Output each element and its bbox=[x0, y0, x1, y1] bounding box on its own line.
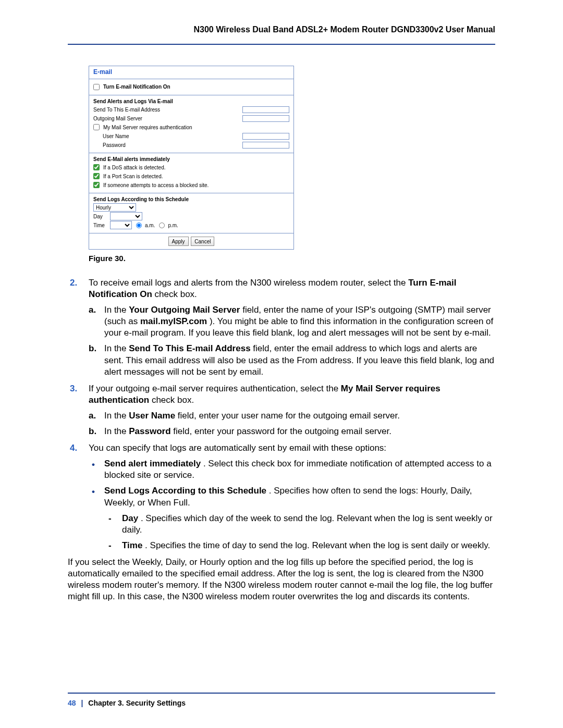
auth-required-checkbox[interactable] bbox=[93, 124, 100, 130]
alert-dos-checkbox[interactable] bbox=[93, 164, 100, 170]
dash-icon: - bbox=[108, 540, 112, 551]
pm-radio[interactable] bbox=[159, 223, 165, 228]
text: Day bbox=[122, 513, 138, 523]
text: In the bbox=[104, 426, 129, 436]
alert-portscan-label: If a Port Scan is detected. bbox=[103, 174, 163, 179]
step-marker: b. bbox=[89, 426, 96, 437]
step-marker: b. bbox=[89, 343, 96, 354]
username-input[interactable] bbox=[242, 133, 289, 140]
step-marker: 2. bbox=[70, 277, 77, 289]
dash-icon: - bbox=[108, 513, 112, 524]
footer-rule bbox=[68, 693, 495, 694]
password-label: Password bbox=[103, 142, 126, 148]
text: . Specifies the time of day to send the … bbox=[145, 540, 490, 550]
text: field, enter your user name for the outg… bbox=[178, 411, 400, 421]
alert-dos-label: If a DoS attack is detected. bbox=[103, 165, 166, 170]
am-label: a.m. bbox=[145, 223, 155, 228]
sendto-input[interactable] bbox=[242, 106, 289, 113]
bullet-icon: • bbox=[92, 459, 95, 471]
text: check box. bbox=[152, 395, 194, 405]
list-item: 3. If your outgoing e-mail server requir… bbox=[68, 383, 495, 437]
page-header: N300 Wireless Dual Band ADSL2+ Modem Rou… bbox=[68, 25, 495, 34]
text: In the bbox=[104, 411, 129, 421]
sendto-label: Send To This E-mail Address bbox=[93, 107, 160, 113]
text: Your Outgoing Mail Server bbox=[129, 305, 240, 315]
time-label: Time bbox=[93, 223, 108, 228]
list-item: a. In the Your Outgoing Mail Server fiel… bbox=[89, 304, 495, 339]
list-item: - Time . Specifies the time of day to se… bbox=[104, 540, 495, 551]
password-input[interactable] bbox=[242, 142, 289, 149]
turn-email-notif-checkbox[interactable] bbox=[93, 84, 100, 90]
section-head: Send E-Mail alerts immediately bbox=[93, 156, 289, 162]
trailing-paragraph: If you select the Weekly, Daily, or Hour… bbox=[68, 557, 495, 602]
text: Send To This E-mail Address bbox=[129, 343, 250, 353]
list-item: a. In the User Name field, enter your us… bbox=[89, 410, 495, 422]
list-item: b. In the Send To This E-mail Address fi… bbox=[89, 343, 495, 377]
alert-portscan-checkbox[interactable] bbox=[93, 173, 100, 179]
day-select[interactable] bbox=[110, 212, 142, 220]
step-marker: a. bbox=[89, 304, 96, 316]
text: To receive email logs and alerts from th… bbox=[89, 278, 408, 288]
text: In the bbox=[104, 343, 129, 353]
alert-blocked-checkbox[interactable] bbox=[93, 182, 100, 188]
section-head: Send Alerts and Logs Via E-mail bbox=[93, 98, 289, 104]
body-content: 2. To receive email logs and alerts from… bbox=[68, 277, 495, 602]
email-settings-panel: E-mail Turn E-mail Notification On Send … bbox=[89, 66, 294, 250]
section-head: Send Logs According to this Schedule bbox=[93, 196, 289, 202]
chapter-label: Chapter 3. Security Settings bbox=[88, 699, 186, 707]
text: Send Logs According to this Schedule bbox=[104, 486, 266, 496]
bullet-icon: • bbox=[92, 486, 95, 498]
text: check box. bbox=[155, 289, 197, 299]
pm-label: p.m. bbox=[168, 223, 178, 228]
time-select[interactable] bbox=[110, 221, 132, 229]
list-item: b. In the Password field, enter your pas… bbox=[89, 426, 495, 437]
smtp-label: Outgoing Mail Server bbox=[93, 116, 142, 121]
alert-blocked-label: If someone attempts to access a blocked … bbox=[103, 182, 209, 188]
text: If your outgoing e-mail server requires … bbox=[89, 384, 341, 393]
list-item: • Send Logs According to this Schedule .… bbox=[89, 485, 495, 551]
list-item: - Day . Specifies which day of the week … bbox=[104, 513, 495, 536]
username-label: User Name bbox=[103, 133, 129, 139]
am-radio[interactable] bbox=[136, 223, 142, 228]
text: . Specifies which day of the week to sen… bbox=[122, 513, 493, 535]
page-footer: 48 | Chapter 3. Security Settings bbox=[68, 699, 186, 707]
page-number: 48 bbox=[68, 699, 76, 707]
auth-required-label: My Mail Server requires authentication bbox=[103, 125, 192, 130]
text: field, enter your password for the outgo… bbox=[173, 426, 391, 436]
text: You can specify that logs are automatica… bbox=[89, 442, 495, 454]
step-marker: 3. bbox=[70, 383, 77, 394]
text: Password bbox=[129, 426, 170, 436]
turn-email-notif-label: Turn E-mail Notification On bbox=[103, 84, 170, 90]
text: Send alert immediately bbox=[104, 459, 201, 468]
step-marker: 4. bbox=[70, 442, 77, 454]
day-label: Day bbox=[93, 214, 108, 219]
schedule-select[interactable]: Hourly bbox=[93, 203, 136, 212]
apply-button[interactable]: Apply bbox=[168, 237, 189, 246]
smtp-input[interactable] bbox=[242, 115, 289, 122]
step-marker: a. bbox=[89, 410, 96, 422]
list-item: 4. You can specify that logs are automat… bbox=[68, 442, 495, 551]
list-item: • Send alert immediately . Select this c… bbox=[89, 458, 495, 481]
header-rule bbox=[68, 44, 495, 45]
text: mail.myISP.com bbox=[140, 316, 207, 326]
panel-title: E-mail bbox=[89, 66, 293, 79]
text: In the bbox=[104, 305, 129, 315]
list-item: 2. To receive email logs and alerts from… bbox=[68, 277, 495, 378]
figure-caption: Figure 30. bbox=[89, 254, 495, 263]
text: User Name bbox=[129, 411, 175, 421]
cancel-button[interactable]: Cancel bbox=[191, 237, 214, 246]
text: Time bbox=[122, 540, 142, 550]
footer-separator: | bbox=[81, 699, 83, 707]
